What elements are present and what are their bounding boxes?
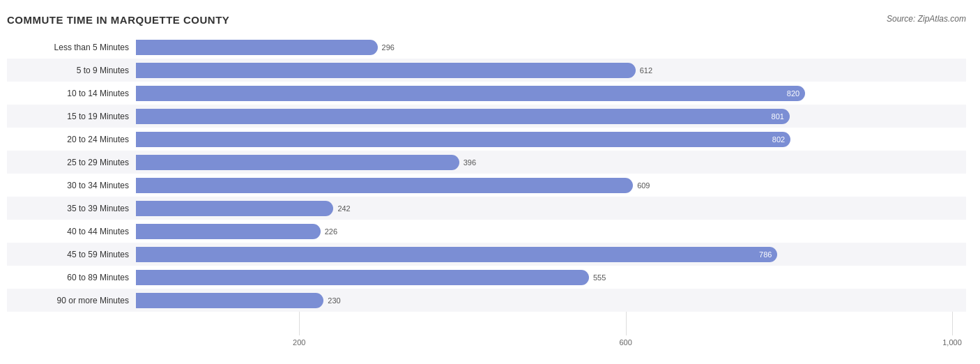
bar-fill: 801 <box>136 109 790 124</box>
bar-value-inside: 801 <box>772 112 784 121</box>
bar-value-inside: 802 <box>772 135 785 144</box>
bar-track: 396 <box>136 155 966 170</box>
bar-value-inside: 786 <box>759 250 772 259</box>
bar-row: 90 or more Minutes230 <box>7 289 966 312</box>
bar-track: 612 <box>136 63 966 78</box>
bar-fill <box>136 40 378 55</box>
bar-fill <box>136 224 321 239</box>
bar-row: 30 to 34 Minutes609 <box>7 174 966 197</box>
bar-fill: 820 <box>136 86 805 101</box>
bar-label: 30 to 34 Minutes <box>7 181 136 190</box>
bar-label: 90 or more Minutes <box>7 296 136 305</box>
bar-value-outside: 226 <box>325 227 337 236</box>
bar-fill <box>136 293 323 308</box>
bar-value-outside: 555 <box>593 273 606 282</box>
bar-label: 60 to 89 Minutes <box>7 273 136 282</box>
bar-track: 242 <box>136 201 966 216</box>
bar-value-outside: 609 <box>637 181 650 190</box>
bar-row: 20 to 24 Minutes802 <box>7 128 966 151</box>
bar-fill <box>136 178 633 193</box>
bar-track: 226 <box>136 224 966 239</box>
bar-track: 802 <box>136 132 966 147</box>
bar-label: 15 to 19 Minutes <box>7 112 136 121</box>
axis-tick: 1,000 <box>942 338 962 347</box>
bar-track: 296 <box>136 40 966 55</box>
source-text: Source: ZipAtlas.com <box>887 14 966 24</box>
bar-track: 230 <box>136 293 966 308</box>
bar-label: 45 to 59 Minutes <box>7 250 136 259</box>
bar-row: 10 to 14 Minutes820 <box>7 82 966 105</box>
bar-fill <box>136 155 459 170</box>
bar-row: 45 to 59 Minutes786 <box>7 243 966 266</box>
chart-title: COMMUTE TIME IN MARQUETTE COUNTY <box>7 14 966 26</box>
bar-track: 820 <box>136 86 966 101</box>
axis-area: 2006001,000 <box>136 338 966 352</box>
bar-value-outside: 242 <box>337 204 350 213</box>
bar-fill: 786 <box>136 247 777 262</box>
bar-value-outside: 612 <box>640 66 652 75</box>
bar-row: 35 to 39 Minutes242 <box>7 197 966 220</box>
bar-track: 786 <box>136 247 966 262</box>
bar-label: 25 to 29 Minutes <box>7 158 136 167</box>
bar-label: 10 to 14 Minutes <box>7 89 136 98</box>
bar-label: 35 to 39 Minutes <box>7 204 136 213</box>
bar-value-outside: 396 <box>464 158 476 167</box>
bar-label: 5 to 9 Minutes <box>7 66 136 75</box>
axis-tick: 200 <box>293 338 305 347</box>
bar-label: 20 to 24 Minutes <box>7 135 136 144</box>
bar-fill <box>136 201 333 216</box>
bar-track: 801 <box>136 109 966 124</box>
bar-label: Less than 5 Minutes <box>7 43 136 52</box>
bar-fill <box>136 270 589 285</box>
bar-row: 5 to 9 Minutes612 <box>7 59 966 82</box>
bar-value-inside: 820 <box>787 89 799 98</box>
bar-fill: 802 <box>136 132 790 147</box>
bar-row: 40 to 44 Minutes226 <box>7 220 966 243</box>
bar-row: Less than 5 Minutes296 <box>7 36 966 59</box>
bar-label: 40 to 44 Minutes <box>7 227 136 236</box>
bar-value-outside: 296 <box>382 43 395 52</box>
bars-area: Less than 5 Minutes2965 to 9 Minutes6121… <box>7 36 966 335</box>
chart-container: COMMUTE TIME IN MARQUETTE COUNTY Source:… <box>0 0 980 364</box>
bar-row: 15 to 19 Minutes801 <box>7 105 966 128</box>
bar-track: 609 <box>136 178 966 193</box>
bar-row: 25 to 29 Minutes396 <box>7 151 966 174</box>
bar-fill <box>136 63 636 78</box>
bar-value-outside: 230 <box>328 296 340 305</box>
axis-tick: 600 <box>619 338 631 347</box>
bar-row: 60 to 89 Minutes555 <box>7 266 966 289</box>
bar-track: 555 <box>136 270 966 285</box>
